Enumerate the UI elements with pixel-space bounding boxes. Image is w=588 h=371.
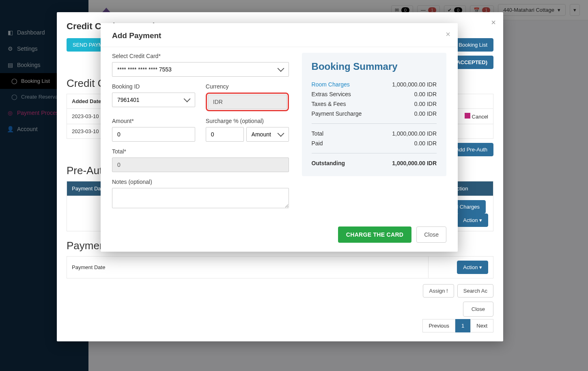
total-label: Total* [112,148,289,155]
summary-outstanding-label: Outstanding [312,160,345,166]
currency-label: Currency [206,83,289,90]
summary-taxes-value: 0.00 IDR [414,101,437,107]
close-button[interactable]: Close [416,226,446,243]
summary-surcharge-label: Payment Surcharge [312,110,362,117]
summary-total-label: Total [312,130,324,137]
surcharge-percent-field[interactable] [206,127,244,142]
summary-paid-label: Paid [312,140,323,147]
charge-card-button[interactable]: CHARGE THE CARD [338,226,411,243]
summary-outstanding-value: 1,000,000.00 IDR [392,160,437,166]
summary-extras-value: 0.00 IDR [414,91,437,97]
total-field [112,157,289,172]
summary-paid-value: 0.00 IDR [414,140,437,147]
currency-field-highlight [206,93,289,111]
select-card-field[interactable] [112,62,289,77]
booking-id-field[interactable] [112,93,195,107]
booking-summary-card: Booking Summary Room Charges 1,000,000.0… [302,53,446,176]
payment-form: Select Credit Card* Booking ID Currency [112,53,289,216]
surcharge-label: Surcharge % (optional) [206,118,289,124]
summary-room-charges-value: 1,000,000.00 IDR [392,81,437,88]
summary-total-value: 1,000,000.00 IDR [392,130,437,137]
surcharge-basis-select[interactable] [246,127,289,142]
select-card-label: Select Credit Card* [112,53,289,59]
amount-label: Amount* [112,118,195,124]
notes-label: Notes (optional) [112,179,289,185]
close-icon[interactable]: × [446,30,450,39]
summary-heading: Booking Summary [312,61,437,72]
amount-field[interactable] [112,127,195,142]
currency-field [208,95,287,109]
summary-taxes-label: Taxes & Fees [312,101,346,107]
notes-field[interactable] [112,188,289,208]
summary-room-charges-link[interactable]: Room Charges [312,81,350,88]
summary-surcharge-value: 0.00 IDR [414,110,437,117]
booking-id-label: Booking ID [112,83,195,90]
add-payment-modal: × Add Payment Select Credit Card* Bookin… [101,23,458,252]
modal-title: Add Payment [112,31,446,40]
summary-extras-label: Extras Services [312,91,351,97]
